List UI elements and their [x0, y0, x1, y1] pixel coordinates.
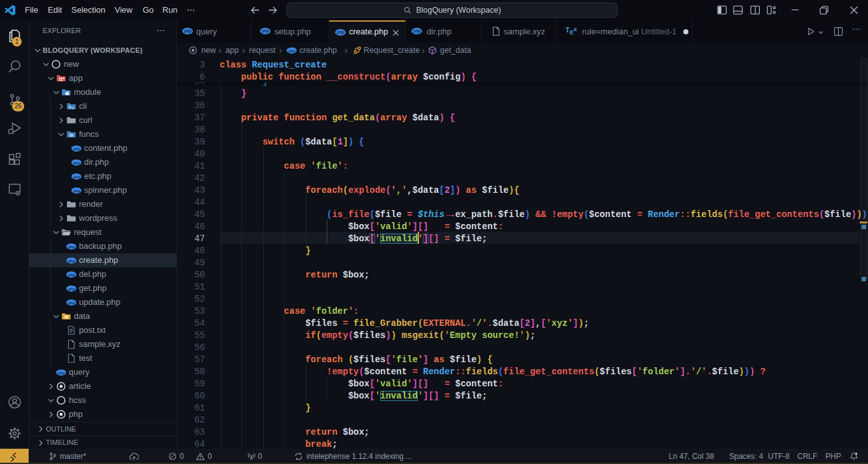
svg-text:php: php [73, 161, 80, 165]
svg-text:php: php [73, 189, 80, 193]
svg-text:php: php [68, 287, 75, 291]
svg-text:php: php [73, 175, 80, 179]
svg-text:php: php [261, 29, 269, 34]
svg-text:php: php [68, 301, 75, 305]
svg-text:php: php [73, 147, 80, 151]
svg-text:php: php [68, 259, 75, 263]
svg-text:php: php [68, 273, 75, 277]
svg-text:php: php [288, 49, 295, 53]
svg-text:php: php [336, 30, 345, 35]
svg-text:fx: fx [69, 133, 73, 137]
svg-text:php: php [413, 29, 421, 34]
svg-text:php: php [57, 371, 65, 375]
svg-text:php: php [68, 245, 75, 249]
svg-text:php: php [183, 29, 192, 34]
